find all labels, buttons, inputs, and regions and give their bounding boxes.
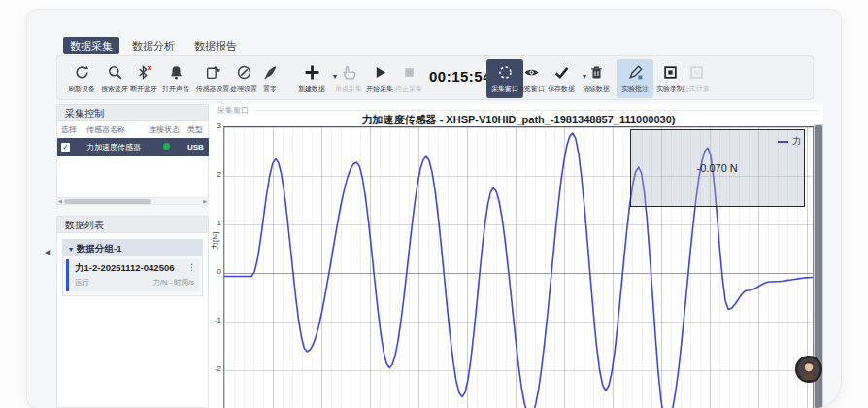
chart-corner-label: 采集窗口: [215, 105, 251, 116]
chart-title: 力加速度传感器 - XHSP-V10HID_path_-1981348857_1…: [223, 113, 814, 127]
check-icon: [553, 64, 570, 81]
bell-icon: [168, 64, 184, 81]
panel-collapse-icon[interactable]: ◀: [45, 248, 50, 256]
y-tick-label: 1: [209, 219, 221, 227]
app-window: 数据采集数据分析数据报告 00:15:54 刷新设备搜索蓝牙断开蓝牙打开声音传感…: [27, 10, 841, 408]
data-list-item[interactable]: 力1-2-20251112-042506⋮运行力/N - 时间/s: [66, 259, 199, 291]
annotation-value: -0.070 N: [697, 162, 738, 174]
toolbar-button-formula[interactable]: 公式计算: [675, 59, 718, 98]
plot-area[interactable]: -0.070 N 力: [223, 126, 814, 408]
legend-swatch: [778, 141, 788, 143]
main-toolbar: 00:15:54 刷新设备搜索蓝牙断开蓝牙打开声音传感器设置处理设置置零新建数据…: [56, 55, 814, 100]
data-group-label: 数据分组-1: [77, 243, 121, 254]
stop-icon: [401, 64, 417, 81]
trash-icon: [588, 64, 605, 81]
collection-control-title: 采集控制: [56, 104, 209, 121]
sensor-row[interactable]: ✓力加速度传感器USB: [57, 138, 210, 156]
scroll-right-icon[interactable]: ▶: [203, 198, 207, 205]
hand-icon: [341, 64, 357, 81]
data-list-panel: 数据列表 ▾数据分组-1 力1-2-20251112-042506⋮运行力/N …: [56, 216, 209, 408]
refresh-icon: [74, 64, 90, 81]
y-axis-label: 力[N]: [210, 232, 220, 250]
legend-label: 力: [792, 135, 801, 148]
search-icon: [107, 64, 123, 81]
zero-icon: [262, 64, 279, 81]
y-tick-label: 3: [209, 121, 221, 130]
person-icon: [798, 358, 819, 380]
data-group-box: ▾数据分组-1 力1-2-20251112-042506⋮运行力/N - 时间/…: [62, 239, 203, 296]
formula-icon: [688, 64, 705, 81]
tab-2[interactable]: 数据报告: [187, 37, 244, 54]
item-axes: 力/N - 时间/s: [153, 278, 195, 288]
column-header: 传感器名称: [83, 121, 145, 138]
y-tick-label: -1: [209, 316, 221, 324]
annotation-icon: [627, 64, 644, 81]
tab-1[interactable]: 数据分析: [125, 37, 182, 54]
legend-entry: 力: [778, 135, 801, 148]
scrollbar-thumb[interactable]: [64, 199, 151, 204]
toolbar-button-stop[interactable]: 停止采集: [387, 59, 430, 98]
sensor-name: 力加速度传感器: [83, 138, 145, 156]
eye-icon: [523, 64, 540, 81]
corner-rule: [255, 110, 819, 111]
chevron-down-icon[interactable]: ▾: [69, 245, 73, 254]
column-header: 选择: [57, 121, 83, 138]
data-items-container: 力1-2-20251112-042506⋮运行力/N - 时间/s: [63, 259, 202, 291]
tab-0[interactable]: 数据采集: [63, 37, 119, 54]
checkbox[interactable]: ✓: [61, 143, 70, 152]
column-header: 类型: [184, 121, 210, 138]
sensor-table-body: ✓力加速度传感器USB: [57, 138, 210, 156]
avatar[interactable]: [795, 356, 822, 383]
sensor-type: USB: [184, 138, 210, 156]
toolbar-button-zero[interactable]: 置零: [249, 59, 291, 98]
play-icon: [372, 64, 388, 81]
data-list-title: 数据列表: [56, 216, 209, 233]
scroll-left-icon[interactable]: ◀: [58, 198, 62, 205]
status-dot: [163, 143, 170, 150]
item-status: 运行: [75, 278, 89, 288]
sensor-settings-icon: [205, 64, 221, 81]
bluetooth-disconnect-icon: [136, 64, 152, 81]
data-group-header[interactable]: ▾数据分组-1: [63, 240, 202, 256]
data-list-body: ▾数据分组-1 力1-2-20251112-042506⋮运行力/N - 时间/…: [56, 233, 209, 408]
collection-control-panel: 采集控制 选择传感器名称连接状态类型 ✓力加速度传感器USB ◀ ▶: [56, 104, 209, 211]
horizontal-scrollbar[interactable]: ◀ ▶: [57, 197, 208, 204]
column-header: 连接状态: [145, 121, 184, 138]
item-menu-icon[interactable]: ⋮: [187, 262, 196, 272]
y-tick-label: 0: [209, 267, 221, 276]
chart-legend: 力: [778, 135, 801, 148]
sensor-table-container: 选择传感器名称连接状态类型 ✓力加速度传感器USB ◀ ▶: [56, 121, 209, 205]
chart-panel: 采集窗口 力加速度传感器 - XHSP-V10HID_path_-1981348…: [209, 104, 823, 408]
sensor-table-header-row: 选择传感器名称连接状态类型: [57, 121, 210, 138]
plus-icon: [304, 64, 320, 81]
toolbar-button-trash[interactable]: 清除数据: [575, 59, 618, 98]
y-tick-label: -2: [209, 364, 221, 373]
sensor-table: 选择传感器名称连接状态类型 ✓力加速度传感器USB: [57, 121, 210, 156]
main-tabbar: 数据采集数据分析数据报告: [63, 37, 244, 54]
y-tick-label: 2: [209, 170, 221, 179]
